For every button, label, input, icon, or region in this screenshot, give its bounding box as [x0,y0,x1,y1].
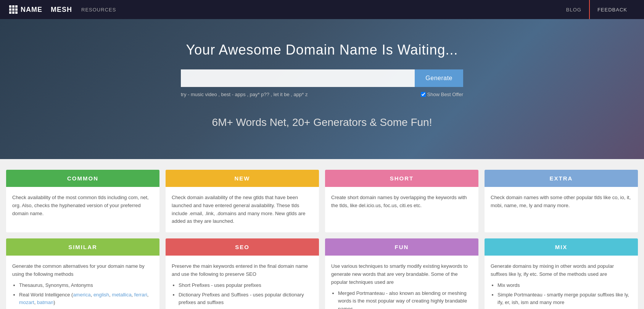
card-header-short[interactable]: SHORT [325,170,478,187]
list-item: Merged Portmanteau - also known as blend… [338,290,472,309]
logo-mesh: MESH [51,6,72,14]
show-best-offer-toggle[interactable]: Show Best Offer [421,92,463,97]
card-extra[interactable]: EXTRA Check domain names with some other… [485,170,638,232]
cards-grid: COMMON Check availability of the most co… [0,159,644,309]
card-description: Use various techniques to smartly modify… [331,262,472,286]
card-description: Generate the common alternatives for you… [12,262,153,278]
card-header-new[interactable]: NEW [166,170,319,187]
hero-section: Your Awesome Domain Name Is Waiting... G… [0,19,644,159]
card-fun[interactable]: FUN Use various techniques to smartly mo… [325,238,478,309]
generate-button[interactable]: Generate [415,69,463,87]
search-hints-row: try - music video , best - apps , pay* p… [181,92,463,97]
card-description: Create short domain names by overlapping… [331,194,472,210]
card-mix[interactable]: MIX Generate domains by mixing in other … [485,238,638,309]
card-body-common: Check availability of the most common tl… [6,187,159,232]
logo-grid-icon [9,5,18,14]
nav-feedback-link[interactable]: FEEDBACK [589,0,635,19]
search-examples: try - music video , best - apps , pay* p… [181,92,308,97]
list-item: Dictionary Prefixes and Suffixes - uses … [179,291,313,307]
card-header-extra[interactable]: EXTRA [485,170,638,187]
card-header-seo[interactable]: SEO [166,238,319,256]
card-similar[interactable]: SIMILAR Generate the common alternatives… [6,238,159,309]
nav-blog-link[interactable]: BLOG [559,0,589,19]
similar-link-metallica[interactable]: metallica [112,292,131,298]
card-body-short: Create short domain names by overlapping… [325,187,478,232]
card-header-similar[interactable]: SIMILAR [6,238,159,256]
card-body-seo: Preserve the main keywords entered in th… [166,256,319,309]
similar-link-batman[interactable]: batman [37,299,53,305]
list-item: Thesaurus, Synonyms, Antonyms [19,282,153,290]
card-new[interactable]: NEW Check domain availability of the new… [166,170,319,232]
navbar: NAME MESH RESOURCES BLOG FEEDBACK [0,0,644,19]
card-header-common[interactable]: COMMON [6,170,159,187]
best-offer-label: Show Best Offer [427,92,463,97]
card-description: Check domain names with some other popul… [491,194,632,210]
card-body-fun: Use various techniques to smartly modify… [325,256,478,309]
search-input[interactable] [181,69,415,87]
card-seo[interactable]: SEO Preserve the main keywords entered i… [166,238,319,309]
card-body-new: Check domain availability of the new gtl… [166,187,319,232]
similar-link-english[interactable]: english [93,292,109,298]
similar-link-america[interactable]: america [73,292,90,298]
search-bar: Generate [181,69,463,87]
list-item: Simple Portmanteau - smartly merge popul… [497,291,632,307]
card-description: Check availability of the most common tl… [12,194,153,217]
hero-title: Your Awesome Domain Name Is Waiting... [8,42,636,58]
list-item: Short Prefixes - uses popular prefixes [179,282,313,290]
card-common[interactable]: COMMON Check availability of the most co… [6,170,159,232]
logo[interactable]: NAME MESH [9,5,72,14]
card-description: Generate domains by mixing in other word… [491,262,632,278]
nav-resources-link[interactable]: RESOURCES [81,7,116,13]
nav-left: NAME MESH RESOURCES [9,5,116,14]
card-description: Preserve the main keywords entered in th… [172,262,313,278]
card-header-fun[interactable]: FUN [325,238,478,256]
card-body-extra: Check domain names with some other popul… [485,187,638,232]
card-header-mix[interactable]: MIX [485,238,638,256]
hero-subtitle: 6M+ Words Net, 20+ Generators & Some Fun… [8,116,636,129]
similar-link-ferrari[interactable]: ferrari [134,292,147,298]
list-item: Real World Intelligence (america, englis… [19,291,153,307]
best-offer-checkbox[interactable] [421,92,426,97]
card-short[interactable]: SHORT Create short domain names by overl… [325,170,478,232]
card-description: Check domain availability of the new gtl… [172,194,313,225]
logo-name: NAME [21,6,42,14]
list-item: Mix words [497,282,632,290]
nav-right: BLOG FEEDBACK [559,0,635,19]
card-body-similar: Generate the common alternatives for you… [6,256,159,309]
card-body-mix: Generate domains by mixing in other word… [485,256,638,309]
similar-link-mozart[interactable]: mozart [19,299,34,305]
